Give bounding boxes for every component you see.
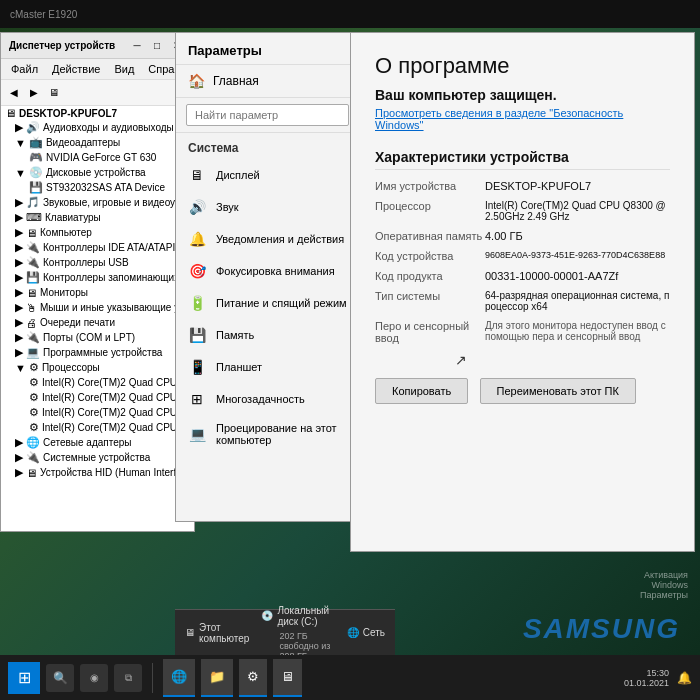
tree-kb-label: Клавиатуры [45,212,101,223]
file-item-local-disk[interactable]: 💿 Локальный диск (С:) 202 ГБ свободно из… [261,605,334,661]
minimize-button[interactable]: ─ [128,37,146,55]
tree-disk-devices[interactable]: ▼ 💿 Дисковые устройства [1,165,194,180]
menu-action[interactable]: Действие [46,61,106,77]
settings-search-area [176,98,359,133]
tablet-icon: 📱 [188,358,206,376]
tree-cpu-4[interactable]: ⚙ Intel(R) Core(TM)2 Quad CPU Q830 [1,420,194,435]
rename-button[interactable]: Переименовать этот ПК [480,378,636,404]
tree-item-root[interactable]: 🖥 DESKTOP-KPUFOL7 [1,106,194,120]
tree-mice[interactable]: ▶ 🖱 Мыши и иные указывающие устройства [1,300,194,315]
tree-keyboards[interactable]: ▶ ⌨ Клавиатуры [1,210,194,225]
tree-ports-expand-icon: ▶ [15,331,23,344]
tree-cpu-expand-icon: ▼ [15,362,26,374]
taskview-icon: ⧉ [125,672,132,684]
about-buttons-area: Копировать Переименовать этот ПК [375,370,670,404]
settings-search-input[interactable] [186,104,349,126]
file-item-this-pc[interactable]: 🖥 Этот компьютер [185,622,249,644]
settings-nav-focus[interactable]: 🎯 Фокусировка внимания [176,255,359,287]
taskbar-cortana[interactable]: ◉ [80,664,108,692]
monitor-label: cMaster E1920 [10,9,77,20]
desktop: cMaster E1920 🌐 Google Chrome Диспетчер … [0,0,700,700]
settings-nav-tablet[interactable]: 📱 Планшет [176,351,359,383]
activate-line3: Параметры [640,590,688,600]
tree-cpu[interactable]: ▼ ⚙ Процессоры [1,360,194,375]
tree-software-icon: 💻 [26,346,40,359]
devmanager-icon: 🖥 [281,669,294,684]
menu-view[interactable]: Вид [108,61,140,77]
activate-watermark: Активация Windows Параметры [640,570,688,600]
tree-sound-expand-icon: ▶ [15,196,23,209]
settings-nav-multitask[interactable]: ⊞ Многозадачность [176,383,359,415]
explorer-icon: 📁 [209,669,225,684]
power-icon: 🔋 [188,294,206,312]
taskbar-devmanager-app[interactable]: 🖥 [273,659,302,697]
tree-sata[interactable]: 💾 ST932032SAS ATA Device [1,180,194,195]
tree-ports[interactable]: ▶ 🔌 Порты (COM и LPT) [1,330,194,345]
about-label-sys-type: Тип системы [375,290,485,312]
mouse-cursor-indicator: ↗ [455,352,467,368]
tree-sound[interactable]: ▶ 🎵 Звуковые, игровые и видеоустройства [1,195,194,210]
tree-disk-icon: 💿 [29,166,43,179]
taskbar-settings-app[interactable]: ⚙ [239,659,267,697]
copy-button[interactable]: Копировать [375,378,468,404]
tree-hid[interactable]: ▶ 🖥 Устройства HID (Human Interface Devi… [1,465,194,480]
menu-file[interactable]: Файл [5,61,44,77]
file-explorer-bar: 🖥 Этот компьютер 💿 Локальный диск (С:) 2… [175,609,395,655]
settings-nav-projection[interactable]: 💻 Проецирование на этот компьютер [176,415,359,453]
settings-home-button[interactable]: 🏠 Главная [176,65,359,98]
tree-sata-icon: 💾 [29,181,43,194]
tree-audio-label: Аудиовходы и аудиовыходы [43,122,174,133]
taskbar-explorer-app[interactable]: 📁 [201,659,233,697]
tree-cpu-1[interactable]: ⚙ Intel(R) Core(TM)2 Quad CPU Q830 [1,375,194,390]
about-title: О программе [375,53,670,79]
tree-ide[interactable]: ▶ 🔌 Контроллеры IDE ATA/ATAPI [1,240,194,255]
tree-video-adapters[interactable]: ▼ 📺 Видеоадаптеры [1,135,194,150]
memory-icon: 💾 [188,326,206,344]
tree-cpu-2[interactable]: ⚙ Intel(R) Core(TM)2 Quad CPU Q830 [1,390,194,405]
tree-network[interactable]: ▶ 🌐 Сетевые адаптеры [1,435,194,450]
device-manager-window: Диспетчер устройств ─ □ ✕ Файл Действие … [0,32,195,532]
tree-monitors[interactable]: ▶ 🖥 Мониторы [1,285,194,300]
display-icon: 🖥 [188,166,206,184]
settings-nav-power[interactable]: 🔋 Питание и спящий режим [176,287,359,319]
device-manager-title: Диспетчер устройств [9,40,115,51]
maximize-button[interactable]: □ [148,37,166,55]
tree-cpu1-label: Intel(R) Core(TM)2 Quad CPU Q830 [42,377,194,388]
toolbar-btn-2[interactable]: ▶ [25,84,43,102]
tree-print[interactable]: ▶ 🖨 Очереди печати [1,315,194,330]
about-value-ram: 4.00 ГБ [485,230,670,242]
about-security-link[interactable]: Просмотреть сведения в разделе "Безопасн… [375,107,670,131]
local-disk-label: Локальный диск (С:) [277,605,334,627]
settings-nav-display[interactable]: 🖥 Дисплей [176,159,359,191]
tree-net-icon: 🌐 [26,436,40,449]
tree-sound-icon: 🎵 [26,196,40,209]
tree-nvidia[interactable]: 🎮 NVIDIA GeForce GT 630 [1,150,194,165]
tree-storage[interactable]: ▶ 💾 Контроллеры запоминающих устройств [1,270,194,285]
taskbar-taskview[interactable]: ⧉ [114,664,142,692]
settings-system-label: Система [176,133,359,159]
tree-sys-expand-icon: ▶ [15,451,23,464]
tree-kb-expand-icon: ▶ [15,211,23,224]
tree-sata-label: ST932032SAS ATA Device [46,182,165,193]
tree-print-icon: 🖨 [26,317,37,329]
start-button[interactable]: ⊞ [8,662,40,694]
taskbar-search[interactable]: 🔍 [46,664,74,692]
tree-sys[interactable]: ▶ 🔌 Системные устройства [1,450,194,465]
tree-usb[interactable]: ▶ 🔌 Контроллеры USB [1,255,194,270]
about-row-pen: Перо и сенсорный ввод Для этого монитора… [375,320,670,344]
settings-nav-sound[interactable]: 🔊 Звук [176,191,359,223]
settings-tablet-label: Планшет [216,361,262,373]
tree-computer[interactable]: ▶ 🖥 Компьютер [1,225,194,240]
settings-nav-notifications[interactable]: 🔔 Уведомления и действия [176,223,359,255]
notification-bell-icon[interactable]: 🔔 [677,671,692,685]
tree-audio[interactable]: ▶ 🔊 Аудиовходы и аудиовыходы [1,120,194,135]
toolbar-btn-1[interactable]: ◀ [5,84,23,102]
settings-nav-memory[interactable]: 💾 Память [176,319,359,351]
tree-software-label: Программные устройства [43,347,162,358]
multitask-icon: ⊞ [188,390,206,408]
toolbar-btn-3[interactable]: 🖥 [45,84,63,102]
taskbar-edge-app[interactable]: 🌐 [163,659,195,697]
file-item-network[interactable]: 🌐 Сеть [347,627,385,638]
tree-software[interactable]: ▶ 💻 Программные устройства [1,345,194,360]
tree-cpu-3[interactable]: ⚙ Intel(R) Core(TM)2 Quad CPU Q830 [1,405,194,420]
